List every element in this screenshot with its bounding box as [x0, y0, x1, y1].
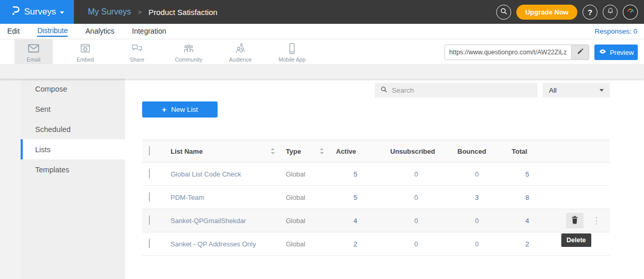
tab-analytics[interactable]: Analytics — [85, 27, 114, 36]
channel-community[interactable]: Community — [170, 39, 208, 64]
gauge-icon — [626, 6, 635, 18]
table-row: PDM-Team Global 5 0 3 8 — [142, 186, 610, 209]
bounced-count[interactable]: 0 — [450, 240, 504, 248]
active-count[interactable]: 5 — [328, 170, 382, 178]
column-total: Total — [504, 148, 550, 155]
sidebar-item-compose[interactable]: Compose — [21, 79, 125, 99]
upgrade-now-button[interactable]: Upgrade Now — [516, 5, 577, 20]
channel-label: Share — [130, 56, 144, 63]
list-type: Global — [279, 240, 328, 248]
tab-distribute[interactable]: Distribute — [37, 26, 68, 37]
row-menu-button[interactable]: ⋮ — [592, 216, 601, 225]
unsubscribed-count[interactable]: 0 — [382, 240, 450, 248]
channel-mobile-app[interactable]: Mobile App — [273, 39, 311, 64]
bounced-count[interactable]: 3 — [450, 194, 504, 201]
channel-label: Mobile App — [279, 56, 305, 63]
search-button[interactable] — [496, 5, 511, 20]
active-count[interactable]: 5 — [328, 194, 382, 201]
channel-embed[interactable]: Embed — [66, 39, 104, 64]
preview-button[interactable]: Preview — [594, 45, 638, 60]
content: Compose Sent Scheduled Lists Templates A… — [0, 79, 644, 279]
filter-value: All — [549, 86, 600, 94]
search-input[interactable] — [392, 86, 532, 94]
new-list-button[interactable]: + New List — [142, 101, 218, 118]
sidebar-item-lists[interactable]: Lists — [21, 139, 125, 159]
search-icon — [499, 7, 508, 18]
list-name-link[interactable]: PDM-Team — [164, 194, 279, 201]
channel-share[interactable]: Share — [118, 39, 156, 64]
unsubscribed-count[interactable]: 0 — [382, 217, 450, 225]
tab-integration[interactable]: Integration — [132, 27, 166, 36]
select-all-checkbox[interactable] — [149, 146, 150, 156]
unsubscribed-count[interactable]: 0 — [382, 194, 450, 201]
total-count[interactable]: 5 — [504, 170, 550, 178]
list-type-filter[interactable]: All — [543, 83, 610, 98]
breadcrumb: My Surveys > Product Satisfaction — [88, 7, 218, 17]
column-bounced: Bounced — [450, 148, 504, 155]
notifications-button[interactable] — [603, 5, 618, 20]
distribute-channel-bar: Email Embed Share — [0, 39, 644, 64]
total-count[interactable]: 8 — [504, 194, 550, 201]
sidebar-item-templates[interactable]: Templates — [21, 159, 125, 180]
total-count[interactable]: 4 — [504, 217, 550, 225]
survey-nav: Edit Distribute Analytics Integration Re… — [0, 24, 644, 39]
table-row: Sanket - QP Addresses Only Global 2 0 0 … — [142, 232, 610, 256]
channel-label: Email — [27, 56, 40, 63]
tab-edit[interactable]: Edit — [7, 27, 20, 36]
channel-label: Community — [175, 56, 202, 63]
preview-label: Preview — [610, 49, 634, 56]
svg-text:$: $ — [240, 42, 242, 48]
header-shadow-strip — [0, 64, 644, 79]
breadcrumb-separator: > — [138, 8, 142, 16]
sidebar-item-scheduled[interactable]: Scheduled — [21, 119, 125, 139]
bounced-count[interactable]: 0 — [450, 217, 504, 225]
responses-count[interactable]: Responses: 0 — [594, 27, 637, 35]
column-active: Active — [328, 148, 382, 155]
total-count[interactable]: 2 — [504, 240, 550, 248]
row-checkbox[interactable] — [149, 215, 150, 225]
topbar: Surveys My Surveys > Product Satisfactio… — [0, 0, 644, 24]
list-type: Global — [279, 170, 328, 178]
list-name-link[interactable]: Global List Code Check — [164, 170, 279, 178]
sort-icon[interactable] — [319, 148, 324, 155]
sort-icon[interactable] — [270, 148, 275, 155]
active-count[interactable]: 4 — [328, 217, 382, 225]
lists-table: List Name Type Active Unsubscribed Bounc… — [142, 140, 610, 256]
list-name-link[interactable]: Sanket - QP Addresses Only — [164, 240, 279, 248]
list-name-link[interactable]: Sanket-QPGmailShekdar — [164, 217, 279, 225]
list-type: Global — [279, 194, 328, 201]
edit-url-button[interactable] — [571, 45, 589, 60]
row-checkbox[interactable] — [149, 192, 150, 202]
questionpro-logo-icon — [10, 5, 20, 19]
product-switcher[interactable]: Surveys — [0, 0, 74, 24]
delete-list-button[interactable] — [566, 213, 584, 228]
product-label: Surveys — [24, 7, 56, 17]
audience-icon: $ — [234, 42, 247, 55]
channel-email[interactable]: Email — [14, 39, 53, 64]
app: Surveys My Surveys > Product Satisfactio… — [0, 0, 644, 279]
sidebar-item-sent[interactable]: Sent — [21, 99, 125, 119]
breadcrumb-current-survey: Product Satisfaction — [148, 8, 217, 17]
chevron-down-icon — [60, 11, 64, 14]
channel-audience[interactable]: $ Audience — [221, 39, 259, 64]
search-box — [375, 83, 538, 98]
column-unsubscribed: Unsubscribed — [382, 148, 450, 155]
bounced-count[interactable]: 0 — [450, 170, 504, 178]
breadcrumb-my-surveys[interactable]: My Surveys — [88, 7, 131, 17]
channel-label: Embed — [76, 56, 94, 63]
topbar-actions: Upgrade Now ? — [496, 0, 638, 24]
table-header-row: List Name Type Active Unsubscribed Bounc… — [142, 140, 610, 163]
survey-url-field — [444, 45, 589, 60]
survey-url-input[interactable] — [445, 45, 571, 60]
unsubscribed-count[interactable]: 0 — [382, 170, 450, 178]
row-checkbox[interactable] — [149, 169, 150, 179]
account-score-button[interactable] — [623, 5, 638, 20]
active-count[interactable]: 2 — [328, 240, 382, 248]
new-list-label: New List — [171, 106, 198, 113]
channel-label: Audience — [229, 56, 252, 63]
mobile-app-icon — [285, 42, 299, 55]
chevron-down-icon — [600, 89, 604, 92]
row-checkbox[interactable] — [149, 239, 150, 248]
help-button[interactable]: ? — [582, 5, 597, 20]
embed-icon — [79, 42, 92, 55]
